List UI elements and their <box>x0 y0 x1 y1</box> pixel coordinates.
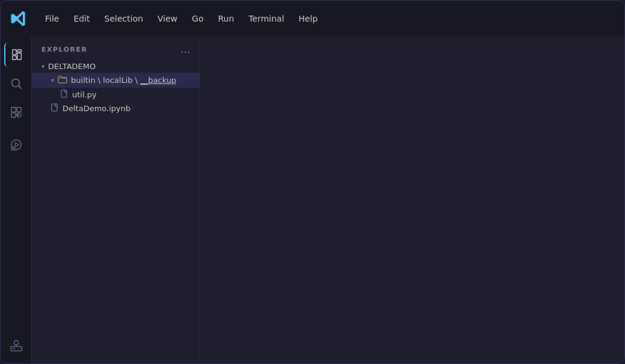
editor-area <box>200 37 624 363</box>
sidebar: EXPLORER ... ▾ DELTADEMO ▾ <box>32 37 200 363</box>
chevron-down-icon: ▾ <box>41 63 44 70</box>
menu-run[interactable]: Run <box>212 10 240 27</box>
menu-file[interactable]: File <box>39 10 65 27</box>
menu-selection[interactable]: Selection <box>99 10 150 27</box>
vscode-window: File Edit Selection View Go Run Terminal… <box>0 0 625 364</box>
svg-rect-2 <box>17 50 20 52</box>
file-icon <box>61 89 69 100</box>
activity-item-explorer[interactable] <box>4 43 28 67</box>
svg-line-5 <box>19 86 21 88</box>
svg-rect-7 <box>16 108 20 112</box>
sidebar-content: ▾ DELTADEMO ▾ builtin \ localLib \ __bac… <box>32 60 200 363</box>
main-content: EXPLORER ... ▾ DELTADEMO ▾ <box>1 37 624 363</box>
tree-file-util-py[interactable]: util.py <box>32 88 200 102</box>
activity-bar <box>1 37 32 363</box>
svg-rect-6 <box>11 108 15 112</box>
folder-path-label: builtin \ localLib \ __backup <box>71 76 176 85</box>
svg-rect-18 <box>61 90 67 97</box>
menu-view[interactable]: View <box>151 10 183 27</box>
filename-deltademo-ipynb: DeltaDemo.ipynb <box>62 104 130 113</box>
activity-item-search[interactable] <box>4 71 28 96</box>
vscode-logo-icon <box>10 10 27 27</box>
chevron-down-icon: ▾ <box>51 77 54 83</box>
menu-help[interactable]: Help <box>293 10 324 27</box>
svg-rect-8 <box>11 113 15 117</box>
tree-file-deltademo-ipynb[interactable]: DeltaDemo.ipynb <box>32 102 200 115</box>
sidebar-title: EXPLORER <box>41 46 87 53</box>
folder-icon <box>58 74 67 86</box>
svg-rect-0 <box>12 50 16 55</box>
menu-go[interactable]: Go <box>186 10 209 27</box>
menu-terminal[interactable]: Terminal <box>243 10 290 27</box>
menu-edit[interactable]: Edit <box>67 10 96 27</box>
workspace-label: DELTADEMO <box>48 62 96 71</box>
file-icon <box>51 103 59 114</box>
activity-item-remote[interactable] <box>4 333 28 357</box>
svg-point-16 <box>14 341 18 345</box>
activity-item-extensions[interactable] <box>4 100 28 124</box>
tree-workspace-root[interactable]: ▾ DELTADEMO <box>32 60 200 73</box>
svg-point-10 <box>11 140 21 150</box>
sidebar-header: EXPLORER ... <box>32 37 200 60</box>
svg-rect-1 <box>12 56 16 59</box>
menu-bar: File Edit Selection View Go Run Terminal… <box>1 1 624 37</box>
svg-rect-3 <box>17 53 20 59</box>
svg-marker-11 <box>15 142 19 147</box>
filename-util-py: util.py <box>72 90 97 99</box>
sidebar-more-button[interactable]: ... <box>181 44 190 55</box>
tree-folder-backup[interactable]: ▾ builtin \ localLib \ __backup <box>32 73 200 88</box>
activity-item-run-debug[interactable] <box>4 133 28 157</box>
svg-rect-19 <box>52 104 57 111</box>
